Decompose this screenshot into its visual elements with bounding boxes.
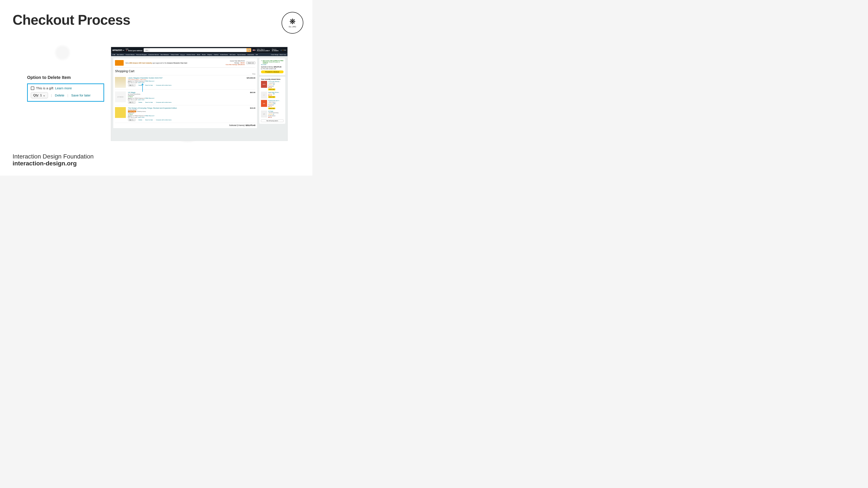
save-link[interactable]: Save for later: [145, 102, 153, 103]
cart-item: The Design of Everyday Things: Revised a…: [115, 105, 255, 123]
nav-item[interactable]: Kindle Books: [220, 54, 228, 55]
product-name[interactable]: The Design of Everyday Things: Revised a…: [128, 107, 248, 109]
amazon-logo[interactable]: amazon ⌣: [113, 48, 124, 52]
nav-item[interactable]: Registry: [208, 54, 212, 55]
search-input[interactable]: [150, 48, 246, 52]
separator: |: [51, 93, 52, 97]
learn-more-link[interactable]: Learn more: [138, 99, 145, 100]
order-gift-row: This order contains a gift: [261, 68, 283, 69]
gift-checkbox[interactable]: [261, 68, 262, 69]
rv-item: 🖱️ Apple Magic Mouse… ★★★★☆ 598 $64.99 A…: [261, 92, 283, 99]
add-to-cart-button[interactable]: Add to Cart: [268, 107, 275, 109]
qty-dropdown[interactable]: Qty: 1 ⌄: [128, 119, 135, 121]
rv-item: type Thinking with type: A… › Ellen Lupt…: [261, 100, 283, 109]
rv-item: LEAN UX for Lean Startups:… › Laura Klei…: [261, 81, 283, 90]
qty-dropdown[interactable]: Qty: 1 ⌄: [31, 92, 48, 98]
apply-now-button[interactable]: Apply now: [246, 62, 255, 64]
nav-item[interactable]: Customer Service: [148, 54, 159, 55]
product-name[interactable]: Lladro Niagara Chandelier Golden 0101723…: [128, 77, 245, 79]
nav-item[interactable]: Amazon Home: [187, 54, 195, 55]
product-thumbnail[interactable]: UX MAGIC: [115, 92, 126, 102]
header-right: Hello, Sign in Account & Lists ▾ Returns…: [257, 48, 286, 52]
delete-link[interactable]: Delete: [138, 85, 142, 86]
nav-item[interactable]: Prime ▾: [181, 54, 185, 56]
nav-item[interactable]: Gift Cards: [229, 54, 236, 55]
nav-promo[interactable]: Outer Range - Watch Now: [271, 54, 286, 55]
nav-item[interactable]: Fashion: [214, 54, 218, 55]
product-thumbnail[interactable]: [115, 107, 126, 118]
details-link[interactable]: See details: [261, 64, 283, 65]
compare-link[interactable]: Compare with similar items: [156, 119, 172, 121]
idf-logo: ❋ Est. 2002: [282, 12, 303, 34]
rv-thumb[interactable]: LEAN: [261, 81, 267, 88]
delivery-address[interactable]: Hello 📍 Select your address: [126, 48, 142, 52]
item-actions: Qty: 1 ⌄ |Delete |Save for later |Compar…: [128, 101, 248, 103]
rv-item: UX UX Magic › Daniel Rosenberg ★★★★★ 34 …: [261, 110, 283, 118]
gift-checkbox[interactable]: [128, 117, 129, 118]
nav-item[interactable]: Books: [202, 54, 206, 55]
learn-more-link[interactable]: Learn more: [138, 82, 145, 83]
rv-thumb[interactable]: 🖱️: [261, 92, 267, 99]
nav-item[interactable]: Today's Deals: [170, 54, 179, 55]
amazon-header: amazon ⌣ Hello 📍 Select your address All…: [111, 47, 287, 53]
learn-more-link[interactable]: Learn more: [55, 86, 72, 90]
delete-link[interactable]: Delete: [55, 93, 64, 97]
lang-flag[interactable]: 🇺🇸▾: [252, 49, 255, 51]
nav-item[interactable]: Music: [197, 54, 200, 55]
gift-checkbox[interactable]: [128, 82, 129, 83]
nav-item[interactable]: Toys & Games: [237, 54, 246, 55]
product-thumbnail[interactable]: [115, 77, 126, 88]
nav-item[interactable]: Best Sellers: [117, 54, 124, 55]
product-name[interactable]: UX Magic: [128, 92, 248, 93]
cart-button[interactable]: 🛒 3 Cart: [280, 48, 286, 52]
orders-link[interactable]: Returns & Orders: [272, 48, 278, 52]
account-menu[interactable]: Hello, Sign in Account & Lists ▾: [257, 48, 270, 52]
smile-icon: ⌣: [123, 48, 124, 52]
delete-link[interactable]: Delete: [138, 119, 142, 121]
search-category-dropdown[interactable]: All ▾: [144, 48, 150, 52]
add-to-cart-button[interactable]: Add to Cart: [268, 89, 275, 90]
callout-title: Option to Delete Item: [27, 75, 71, 80]
rv-thumb[interactable]: type: [261, 100, 267, 107]
nav-item[interactable]: New Releases: [160, 54, 169, 55]
footer-url: interaction-design.org: [12, 160, 94, 167]
save-link[interactable]: Save for later: [145, 85, 153, 86]
rv-name[interactable]: UX for Lean Startups:…: [268, 81, 283, 83]
compare-link[interactable]: Compare with similar items: [156, 85, 172, 86]
sidebar-subtotal: Subtotal (3 items): $25,075.43: [261, 66, 283, 68]
shipping-info: Eligible for FREE Shipping & FREE Return…: [128, 80, 245, 82]
save-link[interactable]: Save for later: [145, 119, 153, 121]
delete-link[interactable]: Delete: [138, 102, 142, 103]
proceed-checkout-button[interactable]: Proceed to checkout: [261, 70, 283, 73]
see-all-button[interactable]: See all buying options: [261, 120, 283, 122]
gift-row: This is a gift Learn more: [128, 82, 245, 83]
nav-item[interactable]: Amazon Basics: [126, 54, 134, 55]
logo-est: Est. 2002: [289, 26, 296, 28]
cart-heading: Shopping Cart: [115, 69, 255, 73]
qty-dropdown[interactable]: Qty: 1 ⌄: [128, 84, 135, 86]
nav-item[interactable]: ≡ All: [113, 54, 115, 55]
slide-title: Checkout Process: [12, 12, 130, 28]
nav-item[interactable]: Personal Shopper: [136, 54, 147, 55]
search-button[interactable]: 🔍: [246, 48, 251, 52]
callout-gift-row: This is a gift Learn more: [31, 86, 100, 90]
qty-dropdown[interactable]: Qty: 1 ⌄: [128, 101, 135, 103]
nav-item[interactable]: Automotive: [247, 54, 254, 55]
learn-more-link[interactable]: Learn more: [138, 117, 145, 118]
item-actions: Qty: 1 ⌄ |Delete |Save for later |Compar…: [128, 119, 248, 121]
rv-thumb[interactable]: UX: [261, 110, 267, 118]
compare-link[interactable]: Compare with similar items: [156, 102, 172, 103]
save-for-later-link[interactable]: Save for later: [71, 93, 90, 97]
item-price: $25,000.00: [247, 77, 255, 88]
gift-checkbox[interactable]: [31, 87, 34, 90]
rv-name[interactable]: UX Magic: [268, 110, 283, 112]
add-to-cart-button[interactable]: Add to Cart: [268, 96, 275, 98]
promo-banner: Get a $50 Amazon Gift Card instantly upo…: [115, 60, 255, 68]
rv-name[interactable]: Thinking with type: A…: [268, 100, 283, 101]
nav-item[interactable]: Sell: [255, 54, 258, 55]
gift-checkbox[interactable]: [128, 99, 129, 100]
tree-icon: ❋: [289, 18, 296, 25]
amazon-body: Get a $50 Amazon Gift Card instantly upo…: [111, 56, 287, 130]
rv-name[interactable]: Apple Magic Mouse…: [268, 92, 283, 93]
recently-viewed: Your recently viewed items LEAN UX for L…: [259, 77, 285, 124]
